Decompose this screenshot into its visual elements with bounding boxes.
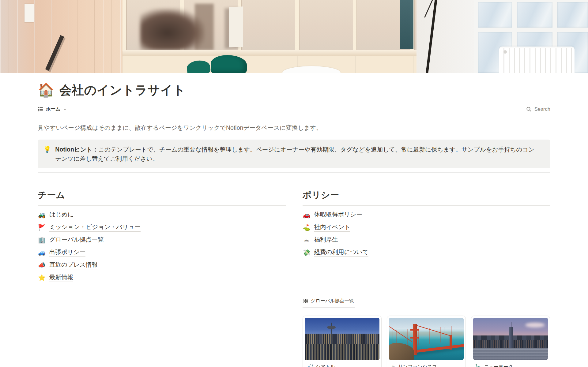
gallery-view-tab[interactable]: グローバル拠点一覧	[303, 295, 355, 308]
cover-partition-rail	[123, 50, 417, 56]
gallery-tab-bar: グローバル拠点一覧	[303, 295, 551, 308]
window-pane	[517, 2, 552, 28]
cloud-shape	[525, 323, 545, 328]
page-link-global-offices[interactable]: 🏢 グローバル拠点一覧	[38, 234, 286, 246]
house-page-icon[interactable]: 🏠	[38, 82, 55, 98]
skyline-shape	[305, 344, 379, 360]
page-description: 見やすいページ構成はそのままに、散在するページをワンクリックでNotionデータ…	[38, 123, 550, 132]
bridge-tower-crossbar	[410, 329, 419, 331]
page-link-benefits[interactable]: ☕ 福利厚生	[303, 234, 551, 246]
page-link-press[interactable]: 📣 直近のプレス情報	[38, 259, 286, 271]
star-icon: ⭐	[38, 274, 46, 281]
card-title: サンフランシスコ	[398, 364, 437, 367]
heading-divider	[303, 205, 551, 206]
card-title-row: 🎣 シアトル	[303, 360, 381, 367]
window-pane	[478, 2, 512, 28]
section-divider	[38, 172, 550, 173]
golf-flag-icon: ⛳	[303, 224, 311, 231]
coffee-icon: ☕	[303, 236, 311, 244]
cover-partition-lower-wall	[123, 56, 417, 73]
megaphone-icon: 📣	[38, 261, 46, 269]
cover-right-wall	[417, 0, 478, 73]
page-link-label: 直近のプレス情報	[49, 260, 98, 269]
page-link-label: 出張ポリシー	[49, 248, 85, 257]
cover-image	[0, 0, 588, 73]
page-link-label: 社内イベント	[314, 223, 351, 232]
card-title-row: 🗽 ニューヨーク	[471, 360, 550, 367]
view-tab-label: ホーム	[46, 106, 60, 112]
policy-column: ポリシー 🚗 休暇取得ポリシー ⛳ 社内イベント ☕ 福利厚生 💸 経費の利用に…	[303, 189, 551, 367]
page-body: 🏠 会社のイントラサイト ホーム Sea	[38, 73, 550, 367]
policy-heading: ポリシー	[303, 189, 551, 201]
card-title: シアトル	[316, 364, 335, 367]
money-with-wings-icon: 💸	[303, 249, 311, 256]
page-link-label: 福利厚生	[314, 235, 338, 244]
golden-gate-photo	[389, 318, 464, 360]
radiator-knob	[503, 50, 507, 54]
office-building-icon: 🏢	[38, 236, 46, 244]
suv-icon: 🚙	[38, 249, 46, 256]
search-icon	[526, 107, 532, 112]
card-title-row: ☕ サンフランシスコ	[387, 360, 466, 367]
page-link-vacation-policy[interactable]: 🚗 休暇取得ポリシー	[303, 208, 551, 221]
callout-body: このテンプレートで、チームの重要な情報を整理します。ページにオーナーや有効期限、…	[55, 146, 534, 162]
page-link-travel-policy[interactable]: 🚙 出張ポリシー	[38, 246, 286, 259]
page-link-label: 休暇取得ポリシー	[314, 210, 362, 219]
tractor-icon: 🚜	[38, 211, 46, 219]
search-label: Search	[534, 106, 550, 112]
columns: チーム 🚜 はじめに 🚩 ミッション・ビジョン・バリュー 🏢 グローバル拠点一覧…	[38, 189, 550, 367]
lightbulb-icon: 💡	[43, 145, 51, 163]
card-title: ニューヨーク	[484, 364, 513, 367]
page-link-company-events[interactable]: ⛳ 社内イベント	[303, 221, 551, 234]
card-san-francisco[interactable]: ☕ サンフランシスコ	[387, 316, 466, 367]
gallery-tab-label: グローバル拠点一覧	[311, 298, 354, 304]
one-wtc-spire	[511, 322, 511, 328]
list-view-icon	[38, 107, 43, 112]
page-link-label: はじめに	[49, 210, 74, 219]
coffee-icon: ☕	[391, 364, 396, 367]
space-needle-disc	[327, 326, 336, 329]
triangular-flag-icon: 🚩	[38, 224, 46, 231]
view-tab-bar: ホーム Search	[38, 106, 550, 116]
window-pane	[557, 2, 588, 28]
callout-text: Notionヒント：このテンプレートで、チームの重要な情報を整理します。ページに…	[55, 145, 538, 163]
page-link-expenses[interactable]: 💸 経費の利用について	[303, 246, 551, 259]
gallery-grid-icon	[303, 299, 308, 303]
global-offices-gallery: グローバル拠点一覧	[303, 295, 551, 367]
notion-tip-callout: 💡 Notionヒント：このテンプレートで、チームの重要な情報を整理します。ペー…	[38, 140, 550, 168]
one-wtc-tower	[509, 327, 513, 348]
page-link-hajimeni[interactable]: 🚜 はじめに	[38, 208, 286, 221]
page-link-mission-vision-value[interactable]: 🚩 ミッション・ビジョン・バリュー	[38, 221, 286, 234]
statue-of-liberty-icon: 🗽	[475, 364, 482, 367]
card-seattle[interactable]: 🎣 シアトル	[303, 316, 382, 367]
callout-lead: Notionヒント：	[55, 146, 98, 153]
cover-glass-reflection	[195, 4, 214, 50]
cover-radiator	[499, 47, 575, 73]
team-column: チーム 🚜 はじめに 🚩 ミッション・ビジョン・バリュー 🏢 グローバル拠点一覧…	[38, 189, 286, 367]
card-new-york[interactable]: 🗽 ニューヨーク	[471, 316, 550, 367]
page-link-latest-news[interactable]: ⭐ 最新情報	[38, 271, 286, 284]
search-button[interactable]: Search	[526, 106, 550, 112]
chevron-down-icon	[63, 107, 67, 111]
team-heading: チーム	[38, 189, 286, 201]
heading-divider	[38, 205, 286, 206]
cover-wall-sign	[24, 4, 34, 22]
seattle-skyline-photo	[305, 318, 379, 360]
page-link-label: ミッション・ビジョン・バリュー	[49, 223, 141, 232]
bridge-far-tower	[450, 335, 452, 350]
notion-page: 🏠 会社のイントラサイト ホーム Sea	[0, 0, 588, 367]
cover-glass-partition	[123, 0, 417, 52]
water-shape	[473, 348, 548, 360]
fishing-pole-icon: 🎣	[307, 364, 313, 367]
page-link-label: グローバル拠点一覧	[49, 235, 104, 244]
page-link-label: 最新情報	[49, 273, 73, 282]
bridge-tower-crossbar	[410, 337, 419, 339]
red-car-icon: 🚗	[303, 211, 311, 219]
page-title-row: 🏠 会社のイントラサイト	[38, 82, 550, 98]
page-title: 会社のイントラサイト	[59, 82, 186, 98]
new-york-skyline-photo	[473, 318, 548, 360]
gallery-cards: 🎣 シアトル	[303, 316, 551, 367]
page-link-label: 経費の利用について	[314, 248, 369, 257]
cover-dark-glass	[400, 0, 413, 49]
view-tab-home[interactable]: ホーム	[38, 106, 67, 112]
